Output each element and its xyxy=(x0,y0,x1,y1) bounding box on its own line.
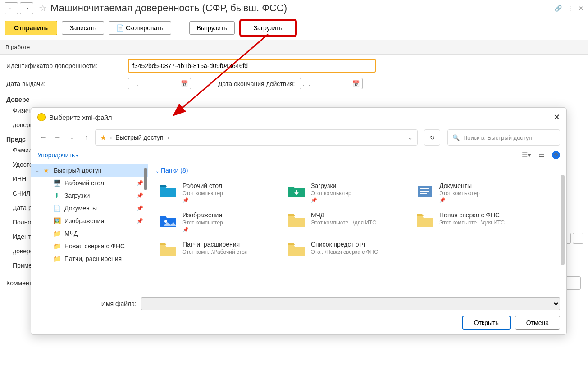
path-bar[interactable]: ★ › Быстрый доступ › ⌄ xyxy=(95,129,418,146)
svg-rect-1 xyxy=(420,188,429,189)
plain-folder-icon xyxy=(158,241,178,258)
organize-menu[interactable]: Упорядочить xyxy=(37,151,78,159)
copy-button[interactable]: 📄 Скопировать xyxy=(109,21,171,35)
tree-item[interactable]: 📁Новая сверка с ФНС xyxy=(31,240,148,252)
help-icon[interactable]: ? xyxy=(552,151,560,159)
dlg-up-icon[interactable]: ↑ xyxy=(81,132,92,143)
folder-icon: 📁 xyxy=(53,255,61,262)
pictures-icon: 🖼️ xyxy=(53,217,61,224)
desktop-icon: 🖥️ xyxy=(53,179,61,187)
issue-date-label: Дата выдачи: xyxy=(6,80,128,87)
dialog-title: Выберите xml-файл xyxy=(49,114,112,121)
calendar-icon[interactable]: 📅 xyxy=(352,80,360,87)
folder-item[interactable]: ДокументыЭтот компьютер📌 xyxy=(412,179,536,206)
search-icon: 🔍 xyxy=(452,134,460,141)
tree-item[interactable]: 🖥️Рабочий стол📌 xyxy=(31,177,148,189)
calendar-icon[interactable]: 📅 xyxy=(181,80,188,87)
issue-date-input[interactable]: . . 📅 xyxy=(128,78,191,89)
pin-icon: 📌 xyxy=(137,205,143,211)
pin-icon: 📌 xyxy=(137,192,143,199)
dlg-back-icon[interactable]: ← xyxy=(37,132,49,143)
download-icon: ⬇ xyxy=(53,192,61,199)
dlg-history-icon[interactable]: ⌄ xyxy=(66,132,78,143)
tree-item[interactable]: 📄Документы📌 xyxy=(31,202,148,215)
tree-item[interactable]: ⬇Загрузки📌 xyxy=(31,189,148,202)
dialog-main-pane: ⌄Папки (8) Рабочий столЭтот компьютер📌За… xyxy=(148,162,566,293)
star-icon: ★ xyxy=(100,133,106,142)
pictures-folder-icon xyxy=(158,211,178,229)
svg-rect-2 xyxy=(420,191,429,192)
folder-item[interactable]: Список предст отчЭто...\Новая сверка с Ф… xyxy=(284,238,408,261)
nav-forward-button[interactable]: → xyxy=(20,2,33,14)
tree-item[interactable]: 📁МЧД xyxy=(31,227,148,240)
id-label: Идентификатор доверенности: xyxy=(6,62,128,69)
favorite-star-icon[interactable]: ☆ xyxy=(39,3,47,14)
export-button[interactable]: Выгрузить xyxy=(189,21,235,35)
principal-section: Довере xyxy=(6,96,582,103)
downloads-folder-icon xyxy=(287,182,306,199)
cancel-button[interactable]: Отмена xyxy=(515,316,560,330)
dialog-close-button[interactable]: ✕ xyxy=(553,112,560,122)
docs-folder-icon xyxy=(415,182,435,199)
plain-folder-icon xyxy=(287,211,306,229)
folder-item[interactable]: ЗагрузкиЭтот компьютер📌 xyxy=(284,179,408,206)
desktop-folder-icon xyxy=(158,182,178,199)
nav-back-button[interactable]: ← xyxy=(5,2,18,14)
folder-icon: 📁 xyxy=(53,242,61,250)
view-mode-icon[interactable]: ☰▾ xyxy=(522,151,531,159)
dialog-sidebar: ⌄★Быстрый доступ🖥️Рабочий стол📌⬇Загрузки… xyxy=(31,162,148,293)
folders-group-header[interactable]: ⌄Папки (8) xyxy=(155,167,559,174)
search-input[interactable]: 🔍 Поиск в: Быстрый доступ xyxy=(447,129,560,146)
sidebar-scrollbar[interactable] xyxy=(144,168,147,190)
open-button[interactable]: Открыть xyxy=(462,316,511,330)
folder-item[interactable]: Новая сверка с ФНСЭтот компьюте...\для И… xyxy=(412,209,536,235)
tree-item[interactable]: ⌄★Быстрый доступ xyxy=(31,164,148,177)
pin-icon: 📌 xyxy=(182,227,223,233)
filename-input[interactable] xyxy=(141,297,560,310)
load-button[interactable]: Загрузить xyxy=(239,19,297,37)
plain-folder-icon xyxy=(287,241,306,258)
small-action-box[interactable] xyxy=(573,233,583,244)
close-window-icon[interactable]: ✕ xyxy=(579,5,583,12)
app-logo-icon xyxy=(37,113,46,121)
main-scrollbar[interactable] xyxy=(561,175,565,265)
more-icon[interactable]: ⋮ xyxy=(567,5,573,12)
folder-item[interactable]: ИзображенияЭтот компьютер📌 xyxy=(155,209,279,235)
pin-icon: 📌 xyxy=(439,197,480,203)
expire-date-label: Дата окончания действия: xyxy=(218,80,295,87)
svg-point-4 xyxy=(164,220,167,223)
refresh-button[interactable]: ↻ xyxy=(424,129,440,146)
status-link[interactable]: В работе xyxy=(5,44,30,50)
svg-rect-3 xyxy=(420,193,427,194)
pin-icon: 📌 xyxy=(311,197,351,203)
pin-icon: 📌 xyxy=(137,180,143,186)
docs-icon: 📄 xyxy=(53,205,61,212)
chevron-down-icon[interactable]: ⌄ xyxy=(408,134,413,141)
save-button[interactable]: Записать xyxy=(62,21,104,35)
link-icon[interactable]: 🔗 xyxy=(555,5,562,12)
folder-item[interactable]: МЧДЭтот компьюте...\для ИТС xyxy=(284,209,408,235)
plain-folder-icon xyxy=(415,211,435,229)
star-icon: ★ xyxy=(42,167,50,174)
page-title: Машиночитаемая доверенность (СФР, бывш. … xyxy=(50,2,287,14)
id-input[interactable] xyxy=(128,59,376,73)
folder-item[interactable]: Рабочий столЭтот компьютер📌 xyxy=(155,179,279,206)
pin-icon: 📌 xyxy=(182,197,223,203)
filename-label: Имя файла: xyxy=(37,300,137,307)
preview-pane-icon[interactable]: ▭ xyxy=(538,151,545,159)
folder-icon: 📁 xyxy=(53,230,61,237)
file-open-dialog: Выберите xml-файл ✕ ← → ⌄ ↑ ★ › Быстрый … xyxy=(31,107,567,335)
folder-item[interactable]: Патчи, расширенияЭтот комп...\Рабочий ст… xyxy=(155,238,279,261)
expire-date-input[interactable]: . . 📅 xyxy=(300,78,363,89)
pin-icon: 📌 xyxy=(137,218,143,224)
tree-item[interactable]: 📁Патчи, расширения xyxy=(31,252,148,265)
send-button[interactable]: Отправить xyxy=(5,21,57,35)
tree-item[interactable]: 🖼️Изображения📌 xyxy=(31,215,148,227)
dlg-forward-icon[interactable]: → xyxy=(52,132,64,143)
